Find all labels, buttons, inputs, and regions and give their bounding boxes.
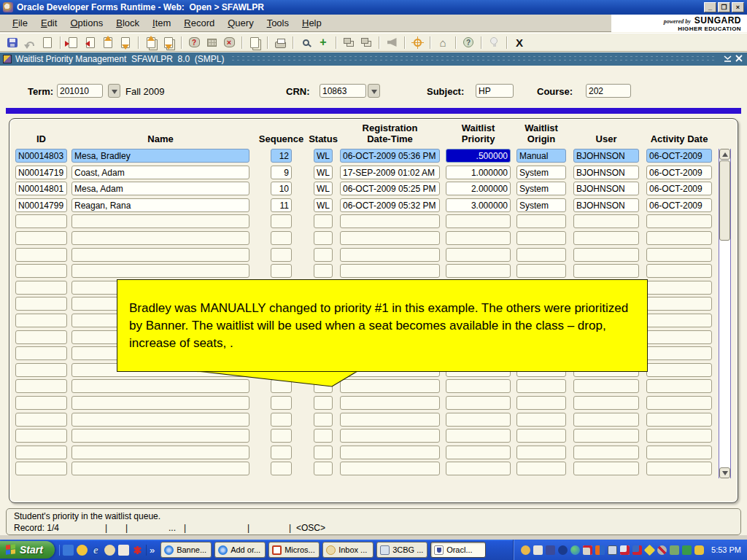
start-button[interactable]: Start: [0, 541, 55, 559]
zoom-icon[interactable]: [298, 35, 314, 50]
save-icon[interactable]: [4, 35, 20, 50]
cell-origin[interactable]: [516, 429, 566, 443]
cell-origin[interactable]: [516, 214, 566, 228]
cell-reg[interactable]: [340, 429, 440, 443]
execute-query-icon[interactable]: [204, 35, 220, 50]
sitemap-icon[interactable]: [409, 35, 425, 50]
cell-origin[interactable]: [516, 446, 566, 459]
cell-id[interactable]: [15, 248, 67, 262]
cell-user[interactable]: [573, 379, 639, 393]
java-tray-icon[interactable]: [546, 545, 555, 555]
cell-origin[interactable]: System: [516, 182, 566, 195]
cell-priority[interactable]: [446, 248, 511, 262]
cell-activity[interactable]: 06-OCT-2009: [646, 182, 712, 195]
hand-tray-icon[interactable]: [533, 545, 543, 555]
menu-help[interactable]: Help: [295, 16, 328, 30]
cell-activity[interactable]: [646, 413, 712, 427]
cell-reg[interactable]: [340, 214, 440, 228]
cell-name[interactable]: Mesa, Adam: [71, 182, 249, 195]
cell-priority[interactable]: .500000: [446, 149, 511, 163]
cell-id[interactable]: [15, 396, 67, 410]
cell-id[interactable]: [15, 281, 67, 295]
cell-sequence[interactable]: [271, 264, 292, 278]
cell-name[interactable]: [71, 446, 249, 459]
cell-origin[interactable]: [516, 231, 566, 245]
taskbar-button[interactable]: Inbox ...: [322, 542, 374, 558]
cell-activity[interactable]: [646, 446, 712, 459]
cell-reg[interactable]: 06-OCT-2009 05:32 PM: [340, 198, 440, 212]
cell-user[interactable]: [573, 264, 639, 278]
scroll-down-icon[interactable]: [719, 467, 730, 478]
cell-reg[interactable]: [340, 446, 440, 459]
diamond-tray-icon[interactable]: [644, 544, 656, 556]
previous-block-nav-icon[interactable]: [358, 35, 374, 50]
cell-priority[interactable]: [446, 379, 511, 393]
cell-name[interactable]: Mesa, Bradley: [71, 149, 249, 163]
cell-activity[interactable]: [646, 462, 712, 475]
online-help-icon[interactable]: ?: [460, 35, 476, 50]
cell-priority[interactable]: 3.000000: [446, 198, 511, 212]
cell-activity[interactable]: [646, 314, 712, 327]
taskbar-button[interactable]: Micros...: [268, 542, 320, 558]
cell-user[interactable]: BJOHNSON: [573, 198, 639, 212]
menu-options[interactable]: Options: [63, 16, 109, 30]
add-icon[interactable]: +: [315, 35, 331, 50]
grid-scrollbar[interactable]: [719, 149, 731, 478]
exit-icon[interactable]: X: [511, 35, 527, 50]
cell-sequence[interactable]: [271, 413, 292, 427]
cell-name[interactable]: [71, 264, 249, 278]
cell-status[interactable]: [314, 231, 333, 245]
cell-name[interactable]: [71, 429, 249, 443]
previous-block-icon[interactable]: [143, 35, 159, 50]
cell-id[interactable]: [15, 214, 67, 228]
cell-user[interactable]: [573, 231, 639, 245]
restore-button[interactable]: ❐: [718, 2, 730, 12]
globe-tray-icon[interactable]: [570, 545, 580, 555]
cell-priority[interactable]: [446, 413, 511, 427]
subject-input[interactable]: HP: [476, 84, 514, 98]
cell-origin[interactable]: [516, 248, 566, 262]
menu-item[interactable]: Item: [146, 16, 177, 30]
copy-icon[interactable]: [247, 35, 263, 50]
cell-sequence[interactable]: [271, 214, 292, 228]
cell-activity[interactable]: 06-OCT-2009: [646, 198, 712, 212]
mail-error-tray-icon[interactable]: [583, 545, 592, 555]
cell-status[interactable]: [314, 462, 333, 475]
cell-name[interactable]: [71, 231, 249, 245]
cell-sequence[interactable]: 9: [271, 166, 292, 179]
crn-dropdown-icon[interactable]: [368, 84, 380, 98]
hint-bulb-icon[interactable]: [486, 35, 502, 50]
cell-status[interactable]: [314, 248, 333, 262]
cell-priority[interactable]: 2.000000: [446, 182, 511, 195]
ie-icon[interactable]: [90, 545, 101, 556]
taskbar-button[interactable]: Banne...: [160, 542, 212, 558]
shield-tray-icon[interactable]: [558, 545, 568, 555]
cell-name[interactable]: [71, 248, 249, 262]
net-error-tray-icon[interactable]: [632, 545, 642, 555]
cell-origin[interactable]: System: [516, 166, 566, 179]
cell-origin[interactable]: [516, 379, 566, 393]
cell-reg[interactable]: 06-OCT-2009 05:36 PM: [340, 149, 440, 163]
cell-sequence[interactable]: 10: [271, 182, 292, 195]
lock-tray-icon[interactable]: [694, 545, 704, 555]
remove-record-icon[interactable]: [82, 35, 98, 50]
cell-status[interactable]: WL: [314, 198, 333, 212]
cell-sequence[interactable]: [271, 248, 292, 262]
taskbar-button[interactable]: 3CBG ...: [376, 542, 427, 558]
cell-id[interactable]: [15, 413, 67, 427]
cell-reg[interactable]: [340, 248, 440, 262]
cell-activity[interactable]: [646, 363, 712, 377]
cell-status[interactable]: [314, 264, 333, 278]
cell-activity[interactable]: [646, 330, 712, 344]
menu-query[interactable]: Query: [221, 16, 260, 30]
cell-activity[interactable]: [646, 264, 712, 278]
broadcast-icon[interactable]: [384, 35, 400, 50]
cell-id[interactable]: [15, 363, 67, 377]
rollback-icon[interactable]: [22, 35, 38, 50]
cell-reg[interactable]: [340, 396, 440, 410]
cell-name[interactable]: Coast, Adam: [71, 166, 249, 179]
cell-activity[interactable]: [646, 346, 712, 360]
cell-id[interactable]: [15, 429, 67, 443]
display-tray-icon[interactable]: [608, 545, 617, 555]
cell-activity[interactable]: [646, 379, 712, 393]
